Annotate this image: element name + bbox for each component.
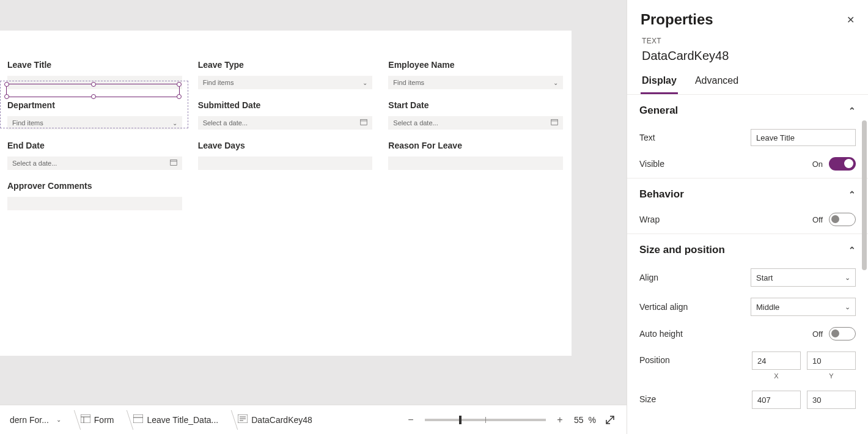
breadcrumb-label: Form <box>94 415 114 425</box>
scrollbar[interactable] <box>862 120 867 270</box>
section-title: General <box>639 105 678 117</box>
breadcrumb-label: DataCardKey48 <box>251 415 312 425</box>
autoheight-toggle[interactable] <box>829 327 856 340</box>
canvas-area: Leave Title Leave Type Find items ⌄ Empl… <box>0 0 627 434</box>
card-employee-name[interactable]: Employee Name Find items ⌄ <box>381 49 572 89</box>
chevron-up-icon: ⌃ <box>848 189 856 199</box>
breadcrumb-bar: dern For... ⌄ Form Leave Title_Data... D… <box>0 405 627 434</box>
date-input[interactable]: Select a date... <box>198 116 373 130</box>
section-general: General ⌃ Text Visible On <box>627 95 868 178</box>
expand-icon[interactable] <box>605 414 616 425</box>
card-icon <box>133 414 143 425</box>
text-input[interactable] <box>388 156 563 170</box>
align-select[interactable]: Start ⌄ <box>751 268 856 287</box>
slider-tick <box>485 417 486 423</box>
toggle-state-text: Off <box>812 215 823 224</box>
breadcrumb-item-control[interactable]: DataCardKey48 <box>232 412 318 427</box>
card-label: End Date <box>7 141 186 150</box>
zoom-out-button[interactable]: − <box>405 414 416 425</box>
prop-label: Vertical align <box>639 302 751 312</box>
svg-rect-2 <box>551 120 558 125</box>
resize-handle[interactable] <box>91 94 96 99</box>
toggle-state-text: On <box>812 160 823 169</box>
chevron-up-icon: ⌃ <box>848 106 856 116</box>
text-input[interactable] <box>7 197 182 210</box>
prop-size: Size <box>638 387 857 416</box>
resize-handle[interactable] <box>91 82 96 87</box>
valign-select[interactable]: Middle ⌄ <box>751 298 856 316</box>
wrap-toggle[interactable] <box>829 213 856 226</box>
zoom-in-button[interactable]: + <box>554 414 565 425</box>
position-x-input[interactable] <box>752 351 801 370</box>
prop-label: Auto height <box>639 329 812 339</box>
breadcrumb-item-screen[interactable]: dern For... ⌄ <box>4 413 67 427</box>
prop-vertical-align: Vertical align Middle ⌄ <box>638 294 857 323</box>
prop-label: Text <box>639 133 751 142</box>
tab-advanced[interactable]: Advanced <box>694 72 740 94</box>
card-label: Employee Name <box>388 60 567 70</box>
svg-rect-9 <box>133 414 143 423</box>
section-title: Size and position <box>639 244 725 256</box>
chevron-down-icon: ⌄ <box>362 79 367 86</box>
card-submitted-date[interactable]: Submitted Date Select a date... <box>191 89 381 130</box>
card-label: Start Date <box>388 100 567 110</box>
close-icon[interactable]: ✕ <box>847 14 855 26</box>
zoom-slider[interactable] <box>425 419 546 421</box>
select-value: Start <box>756 273 773 282</box>
breadcrumb-separator <box>224 405 232 435</box>
form-icon <box>81 414 90 425</box>
section-size-position: Size and position ⌃ Align Start ⌄ Vertic… <box>627 234 868 416</box>
section-header[interactable]: General ⌃ <box>638 95 857 125</box>
text-control-icon <box>238 414 248 425</box>
section-header[interactable]: Size and position ⌃ <box>638 234 857 265</box>
resize-handle[interactable] <box>4 94 9 99</box>
zoom-percent: % <box>589 415 596 425</box>
card-reason-for-leave[interactable]: Reason For Leave <box>381 130 572 170</box>
select-value: Middle <box>756 303 779 312</box>
card-approver-comments[interactable]: Approver Comments <box>0 170 191 210</box>
dropdown-input[interactable]: Find items ⌄ <box>198 76 373 89</box>
breadcrumb-item-datacard[interactable]: Leave Title_Data... <box>127 412 224 427</box>
card-leave-type[interactable]: Leave Type Find items ⌄ <box>191 49 381 89</box>
svg-rect-6 <box>81 414 90 423</box>
section-header[interactable]: Behavior ⌃ <box>638 178 857 209</box>
slider-thumb[interactable] <box>459 416 462 424</box>
chevron-down-icon: ⌄ <box>553 79 558 86</box>
selected-control-outline[interactable] <box>6 84 180 97</box>
svg-rect-4 <box>171 160 177 166</box>
form-canvas[interactable]: Leave Title Leave Type Find items ⌄ Empl… <box>0 31 572 356</box>
prop-align: Align Start ⌄ <box>638 265 857 294</box>
resize-handle[interactable] <box>177 94 182 99</box>
svg-line-15 <box>606 416 614 424</box>
chevron-down-icon[interactable]: ⌄ <box>56 416 61 423</box>
visible-toggle[interactable] <box>829 157 856 171</box>
card-end-date[interactable]: End Date Select a date... <box>0 130 191 170</box>
prop-label: Align <box>639 273 751 282</box>
prop-label: Size <box>639 391 752 404</box>
dropdown-input[interactable]: Find items ⌄ <box>388 76 563 89</box>
resize-handle[interactable] <box>177 82 182 87</box>
date-input[interactable]: Select a date... <box>388 116 563 130</box>
prop-position: Position X Y <box>638 348 857 387</box>
prop-label: Wrap <box>639 215 812 224</box>
position-y-input[interactable] <box>807 351 856 370</box>
chevron-up-icon: ⌃ <box>848 245 856 255</box>
card-start-date[interactable]: Start Date Select a date... <box>381 89 572 130</box>
prop-visible: Visible On <box>638 153 857 178</box>
card-label: Leave Title <box>7 60 186 70</box>
size-width-input[interactable] <box>752 391 801 409</box>
resize-handle[interactable] <box>4 82 9 87</box>
tab-display[interactable]: Display <box>641 72 678 94</box>
text-input[interactable] <box>198 156 373 170</box>
chevron-down-icon: ⌄ <box>845 274 850 282</box>
section-title: Behavior <box>639 188 684 200</box>
card-leave-days[interactable]: Leave Days <box>191 130 381 170</box>
size-height-input[interactable] <box>807 391 856 409</box>
text-value-input[interactable] <box>751 129 856 146</box>
breadcrumb-item-form[interactable]: Form <box>75 412 120 427</box>
panel-title: Properties <box>641 11 713 28</box>
breadcrumb-separator <box>67 405 75 435</box>
date-input[interactable]: Select a date... <box>7 156 182 170</box>
placeholder: Select a date... <box>203 119 248 127</box>
svg-rect-0 <box>361 120 367 125</box>
